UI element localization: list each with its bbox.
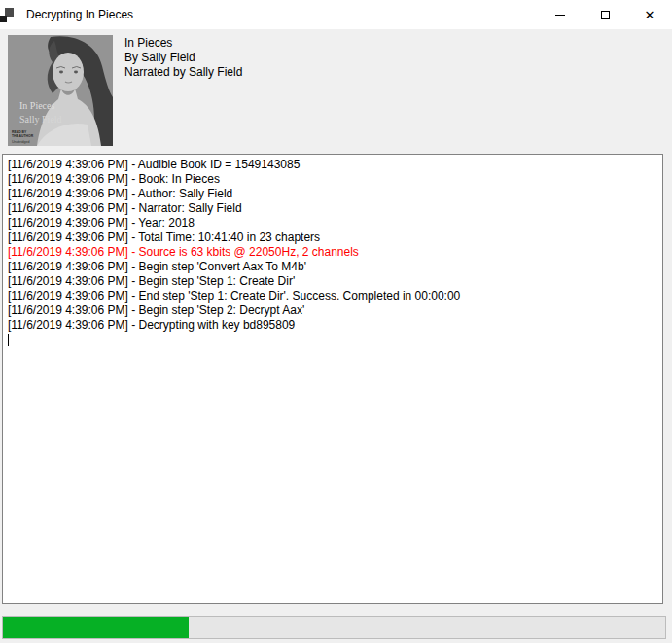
window-title: Decrypting In Pieces (26, 8, 133, 21)
log-textbox[interactable]: [11/6/2019 4:39:06 PM] - Audible Book ID… (2, 154, 663, 604)
log-line: [11/6/2019 4:39:06 PM] - Audible Book ID… (8, 158, 658, 172)
book-meta: In Pieces By Sally Field Narrated by Sal… (124, 36, 242, 80)
book-narrator: Narrated by Sally Field (124, 65, 242, 80)
app-icon (0, 8, 14, 22)
log-line: [11/6/2019 4:39:06 PM] - Year: 2018 (8, 216, 658, 231)
log-line: [11/6/2019 4:39:06 PM] - Begin step 'Ste… (8, 274, 658, 289)
book-title: In Pieces (124, 36, 242, 51)
svg-text:Unabridged: Unabridged (12, 140, 30, 144)
log-line: [11/6/2019 4:39:06 PM] - Book: In Pieces (8, 172, 658, 187)
svg-text:Sally Field: Sally Field (19, 114, 62, 125)
log-line: [11/6/2019 4:39:06 PM] - End step 'Step … (8, 289, 658, 304)
window-controls: ✕ (538, 0, 672, 29)
progress-bar-fill (3, 617, 189, 638)
close-icon: ✕ (645, 9, 655, 21)
log-line: [11/6/2019 4:39:06 PM] - Begin step 'Con… (8, 260, 658, 274)
book-author: By Sally Field (124, 51, 242, 65)
maximize-button[interactable] (583, 0, 627, 29)
log-line: [11/6/2019 4:39:06 PM] - Author: Sally F… (8, 187, 658, 201)
log-line: [11/6/2019 4:39:06 PM] - Narrator: Sally… (8, 201, 658, 216)
app-window: { "window": { "title": "Decrypting In Pi… (0, 0, 672, 643)
caret-line (8, 333, 658, 347)
text-caret (8, 334, 9, 346)
log-line: [11/6/2019 4:39:06 PM] - Begin step 'Ste… (8, 304, 658, 318)
maximize-icon (601, 11, 610, 19)
log-line: [11/6/2019 4:39:06 PM] - Decrypting with… (8, 318, 658, 333)
titlebar[interactable]: Decrypting In Pieces ✕ (0, 0, 672, 29)
progress-bar (2, 616, 666, 639)
log-line: [11/6/2019 4:39:06 PM] - Total Time: 10:… (8, 231, 658, 245)
close-button[interactable]: ✕ (627, 0, 672, 29)
minimize-button[interactable] (538, 0, 583, 29)
svg-text:THE AUTHOR: THE AUTHOR (12, 134, 34, 138)
log-line: [11/6/2019 4:39:06 PM] - Source is 63 kb… (8, 245, 658, 260)
book-cover-image: In Pieces Sally Field READ BY THE AUTHOR… (8, 35, 113, 146)
log-output: [11/6/2019 4:39:06 PM] - Audible Book ID… (8, 158, 658, 333)
svg-text:In Pieces: In Pieces (19, 100, 54, 111)
minimize-icon (555, 15, 565, 16)
